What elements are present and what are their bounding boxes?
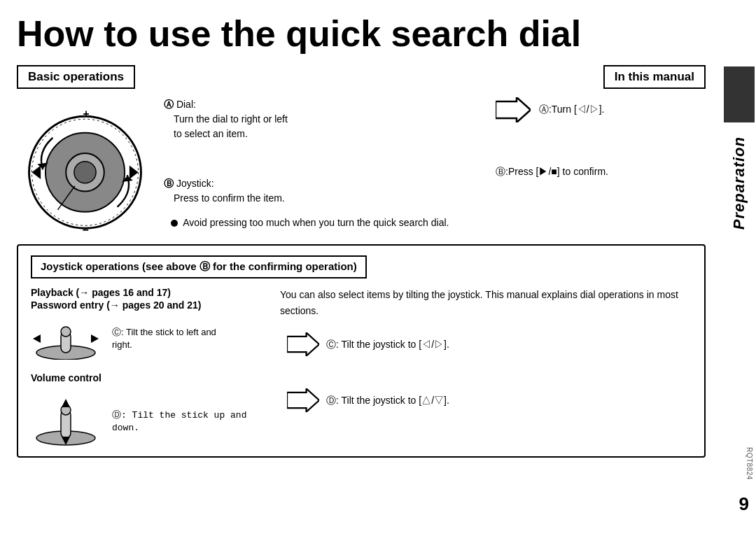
manual-column: Ⓐ:Turn [◁/▷]. Ⓑ:Press [▶/■] to confirm. bbox=[482, 97, 706, 192]
a-circle: Ⓐ bbox=[164, 99, 174, 110]
a-title: Dial: bbox=[176, 99, 196, 110]
manual-b-press: Ⓑ:Press [▶/■] to confirm. bbox=[496, 166, 608, 177]
svg-marker-12 bbox=[496, 97, 531, 122]
bullet bbox=[171, 220, 178, 227]
d-desc: Ⓓ: Tilt the stick up anddown. bbox=[112, 409, 246, 435]
svg-marker-24 bbox=[287, 388, 319, 411]
joystick-header: Joystick operations (see above Ⓑ for the… bbox=[31, 255, 367, 278]
manual-item-b: Ⓑ:Press [▶/■] to confirm. bbox=[496, 164, 706, 179]
labels-row: Basic operations In this manual bbox=[17, 65, 706, 89]
joystick-row-d: Ⓓ: Tilt the stick up anddown. bbox=[31, 397, 269, 446]
sidebar-page-number: 9 bbox=[739, 493, 749, 515]
arrow-d-icon bbox=[287, 388, 319, 412]
manual-d-item: Ⓓ: Tilt the joystick to [△/▽]. bbox=[287, 388, 483, 412]
password-link[interactable]: Password entry (→ pages 20 and 21) bbox=[31, 299, 269, 311]
b-title: Joystick: bbox=[176, 178, 214, 189]
svg-marker-4 bbox=[31, 166, 41, 180]
svg-marker-22 bbox=[62, 399, 70, 407]
joystick-right-text: You can also select items by tilting the… bbox=[269, 287, 692, 446]
dial-descriptions: Ⓐ Dial: Turn the dial to right or leftto… bbox=[157, 97, 482, 237]
in-this-manual-label: In this manual bbox=[603, 65, 706, 89]
page-title: How to use the quick search dial bbox=[17, 14, 706, 54]
joystick-row-c: Ⓒ: Tilt the stick to left andright. bbox=[31, 318, 269, 360]
dial-desc-b: Ⓑ Joystick: Press to confirm the item. bbox=[164, 176, 482, 206]
playback-link[interactable]: Playback (→ pages 16 and 17) bbox=[31, 287, 269, 298]
upper-section: + − Ⓐ Dial: Turn the dial to r bbox=[17, 97, 706, 237]
joystick-section: Joystick operations (see above Ⓑ for the… bbox=[17, 244, 706, 458]
joystick-diagrams: Ⓒ: Tilt the stick to left andright. Volu… bbox=[31, 318, 269, 446]
dial-desc-a: Ⓐ Dial: Turn the dial to right or leftto… bbox=[164, 97, 482, 141]
arrow-c-icon bbox=[287, 332, 319, 356]
b-desc: Press to confirm the item. bbox=[164, 191, 285, 206]
manual-c-item: Ⓒ: Tilt the joystick to [◁/▷]. bbox=[287, 332, 483, 356]
manual-c-text: Ⓒ: Tilt the joystick to [◁/▷]. bbox=[326, 337, 449, 352]
svg-point-3 bbox=[74, 162, 96, 183]
joystick-links: Playback (→ pages 16 and 17) Password en… bbox=[31, 287, 269, 311]
manual-item-a: Ⓐ:Turn [◁/▷]. bbox=[496, 97, 706, 122]
svg-marker-5 bbox=[130, 166, 139, 180]
c-desc: Ⓒ: Tilt the stick to left andright. bbox=[112, 326, 216, 351]
svg-text:+: + bbox=[83, 108, 90, 120]
svg-marker-23 bbox=[287, 332, 319, 355]
a-desc: Turn the dial to right or leftto select … bbox=[164, 112, 288, 141]
manual-d-text: Ⓓ: Tilt the joystick to [△/▽]. bbox=[326, 393, 449, 408]
joystick-description: You can also select items by tilting the… bbox=[280, 287, 692, 318]
avoid-note: Avoid pressing too much when you turn th… bbox=[164, 216, 482, 230]
basic-operations-label: Basic operations bbox=[17, 65, 135, 89]
joystick-left: Playback (→ pages 16 and 17) Password en… bbox=[31, 287, 269, 446]
manual-a-turn: Ⓐ:Turn [◁/▷]. bbox=[539, 104, 605, 115]
joystick-lr-diagram bbox=[31, 318, 101, 360]
volume-label: Volume control bbox=[31, 372, 269, 383]
manual-right-col: Ⓒ: Tilt the joystick to [◁/▷]. Ⓓ: Tilt t… bbox=[280, 332, 483, 412]
dial-area: + − bbox=[17, 97, 157, 237]
sidebar: Preparation RQT8824 9 bbox=[722, 0, 756, 536]
sidebar-preparation-label: Preparation bbox=[730, 136, 748, 230]
svg-marker-16 bbox=[33, 334, 41, 343]
joystick-ud-diagram bbox=[31, 397, 101, 446]
dial-diagram: + − bbox=[17, 97, 153, 234]
svg-point-15 bbox=[61, 327, 71, 337]
b-circle: Ⓑ bbox=[164, 178, 174, 189]
svg-marker-17 bbox=[91, 334, 99, 343]
arrow-icon bbox=[496, 97, 531, 122]
joystick-body: Playback (→ pages 16 and 17) Password en… bbox=[31, 287, 692, 446]
sidebar-dark-box bbox=[724, 66, 755, 122]
sidebar-model-code: RQT8824 bbox=[746, 447, 753, 480]
